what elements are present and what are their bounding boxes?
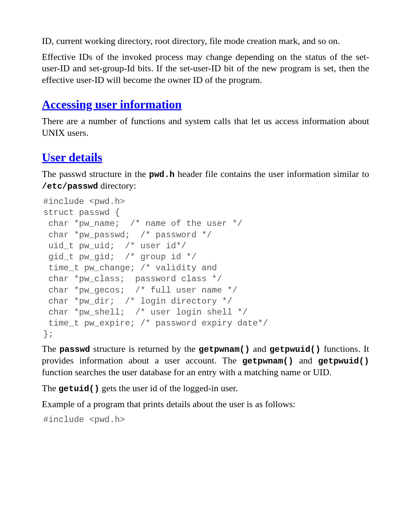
code-block-struct-passwd: #include <pwd.h> struct passwd { char *p… (43, 196, 369, 340)
inline-code-pwd-h: pwd.h (149, 170, 174, 179)
paragraph-passwd-returned: The passwd structure is returned by the … (42, 343, 369, 378)
text-run: The passwd structure in the (42, 169, 149, 179)
paragraph-accessing-intro: There are a number of functions and syst… (42, 116, 369, 139)
paragraph-example-intro: Example of a program that prints details… (42, 399, 369, 410)
text-run: structure is returned by the (90, 344, 199, 354)
inline-code-getpwuid2: getpwuid() (318, 356, 369, 366)
text-run: The (42, 344, 59, 354)
paragraph-passwd-intro: The passwd structure in the pwd.h header… (42, 168, 369, 192)
text-run: The (42, 383, 59, 393)
inline-code-getpwuid: getpwuid() (270, 345, 321, 354)
inline-code-getpwnam2: getpwnam() (242, 356, 293, 366)
inline-code-getpwnam: getpwnam() (199, 345, 250, 354)
inline-code-passwd: passwd (59, 345, 90, 354)
page-container: ID, current working directory, root dire… (0, 0, 411, 532)
text-run: header file contains the user informatio… (174, 169, 369, 179)
text-run: and (250, 344, 270, 354)
inline-code-getuid: getuid() (59, 384, 99, 394)
paragraph-continuation: ID, current working directory, root dire… (42, 35, 369, 47)
code-block-include: #include <pwd.h> (43, 414, 369, 425)
text-run: gets the user id of the logged-in user. (99, 383, 238, 393)
text-run: directory: (98, 181, 136, 191)
inline-code-etc-passwd: /etc/passwd (42, 182, 98, 191)
paragraph-effective-ids: Effective IDs of the invoked process may… (42, 51, 369, 86)
heading-user-details: User details (42, 151, 369, 164)
heading-link-accessing[interactable]: Accessing user information (42, 98, 182, 111)
paragraph-getuid: The getuid() gets the user id of the log… (42, 383, 369, 394)
text-run: function searches the user database for … (42, 367, 332, 377)
heading-link-user-details[interactable]: User details (42, 151, 102, 164)
heading-accessing-user-info: Accessing user information (42, 98, 369, 111)
text-run: and (293, 355, 318, 366)
